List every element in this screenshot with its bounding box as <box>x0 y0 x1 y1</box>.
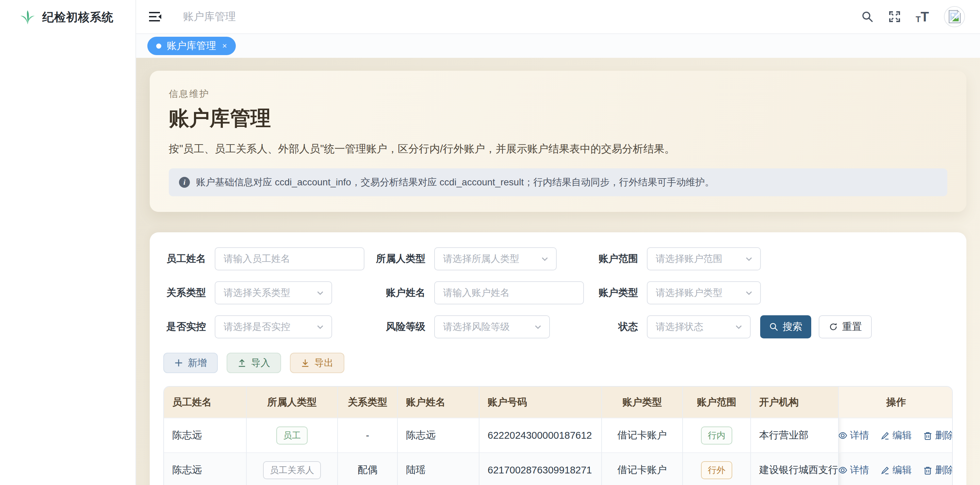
filter-label-account-type: 账户类型 <box>597 286 638 300</box>
edit-link[interactable]: 编辑 <box>881 464 912 477</box>
filter-row-1: 员工姓名 所属人类型 请选择所属人类型 账户范围 请选择账户范围 <box>163 247 953 270</box>
breadcrumb: 账户库管理 <box>183 10 236 24</box>
fullscreen-icon[interactable] <box>888 11 901 23</box>
filter-panel: 员工姓名 所属人类型 请选择所属人类型 账户范围 请选择账户范围 <box>150 232 966 485</box>
upload-icon <box>237 358 247 367</box>
add-button[interactable]: 新增 <box>163 353 218 373</box>
scope-tag: 行内 <box>701 426 732 445</box>
search-icon[interactable] <box>861 11 873 23</box>
chevron-down-icon <box>745 288 753 297</box>
info-icon: i <box>179 177 190 188</box>
plus-icon <box>174 358 183 367</box>
owner-type-select[interactable]: 请选择所属人类型 <box>434 247 557 270</box>
trash-icon <box>923 466 932 475</box>
hero-card: 信息维护 账户库管理 按"员工、员工关系人、外部人员"统一管理账户，区分行内/行… <box>150 71 966 212</box>
fold-icon <box>148 11 162 23</box>
col-relation-type: 关系类型 <box>337 387 398 418</box>
chevron-down-icon <box>533 323 542 331</box>
breadcrumb-item: 账户库管理 <box>183 11 236 22</box>
broken-image-icon <box>947 9 962 24</box>
col-account-scope: 账户范围 <box>682 387 751 418</box>
chevron-down-icon <box>745 254 753 263</box>
account-name-input[interactable] <box>434 281 584 304</box>
import-button[interactable]: 导入 <box>227 353 281 373</box>
chevron-down-icon <box>316 288 325 297</box>
filter-label-account-name: 账户姓名 <box>374 286 425 300</box>
detail-link[interactable]: 详情 <box>838 464 869 477</box>
filter-label-account-scope: 账户范围 <box>597 252 638 266</box>
table-header-row: 员工姓名 所属人类型 关系类型 账户姓名 账户号码 账户类型 账户范围 开户机构… <box>164 387 953 418</box>
filter-label-employee-name: 员工姓名 <box>163 252 206 266</box>
eye-icon <box>838 431 847 440</box>
col-employee-name: 员工姓名 <box>164 387 247 418</box>
owner-type-tag: 员工 <box>276 426 308 445</box>
owner-type-tag: 员工关系人 <box>263 461 321 479</box>
delete-link[interactable]: 删除 <box>923 464 953 477</box>
tab-bar: 账户库管理 × <box>136 34 980 58</box>
accounts-table: 员工姓名 所属人类型 关系类型 账户姓名 账户号码 账户类型 账户范围 开户机构… <box>163 386 953 485</box>
page-title: 账户库管理 <box>169 105 947 132</box>
filter-label-risk-level: 风险等级 <box>374 320 425 334</box>
scope-tag: 行外 <box>701 461 732 479</box>
detail-link[interactable]: 详情 <box>838 429 869 442</box>
employee-name-input[interactable] <box>215 247 364 270</box>
filter-label-actual-control: 是否实控 <box>163 320 206 334</box>
col-account-name: 账户姓名 <box>398 387 479 418</box>
eye-icon <box>838 466 847 475</box>
pencil-icon <box>881 431 890 440</box>
account-type-select[interactable]: 请选择账户类型 <box>647 281 761 304</box>
table-actions: 新增 导入 导出 <box>163 353 953 373</box>
download-icon <box>301 358 310 367</box>
chevron-down-icon <box>734 323 743 331</box>
actual-control-select[interactable]: 请选择是否实控 <box>215 315 332 339</box>
filter-row-3: 是否实控 请选择是否实控 风险等级 请选择风险等级 <box>163 315 953 339</box>
account-scope-select[interactable]: 请选择账户范围 <box>647 247 761 270</box>
chevron-down-icon <box>540 254 549 263</box>
relation-type-select[interactable]: 请选择关系类型 <box>215 281 332 304</box>
font-size-icon[interactable]: TT <box>916 10 929 24</box>
edit-link[interactable]: 编辑 <box>881 429 912 442</box>
export-button[interactable]: 导出 <box>290 353 344 373</box>
topbar: 账户库管理 TT <box>136 0 980 34</box>
filter-label-owner-type: 所属人类型 <box>374 252 425 266</box>
col-account-type: 账户类型 <box>601 387 682 418</box>
chevron-down-icon <box>316 323 325 331</box>
filter-row-2: 关系类型 请选择关系类型 账户姓名 账户类型 请选择账户类型 <box>163 281 953 304</box>
reset-button[interactable]: 重置 <box>819 315 872 339</box>
search-button[interactable]: 搜索 <box>760 315 811 339</box>
tab-account-library[interactable]: 账户库管理 × <box>147 37 236 55</box>
col-owner-type: 所属人类型 <box>247 387 337 418</box>
page-content: 信息维护 账户库管理 按"员工、员工关系人、外部人员"统一管理账户，区分行内/行… <box>136 58 980 485</box>
page-description: 按"员工、员工关系人、外部人员"统一管理账户，区分行内/行外账户，并展示账户结果… <box>169 142 947 156</box>
risk-level-select[interactable]: 请选择风险等级 <box>434 315 550 339</box>
table-row: 陈志远 员工 - 陈志远 6222024300000187612 借记卡账户 行… <box>164 418 953 453</box>
col-bank: 开户机构 <box>751 387 838 418</box>
app-logo: 纪检初核系统 <box>0 0 135 26</box>
refresh-icon <box>829 322 838 332</box>
pencil-icon <box>881 466 890 475</box>
tab-active-dot <box>156 43 161 49</box>
info-banner-text: 账户基础信息对应 ccdi_account_info，交易分析结果对应 ccdi… <box>196 176 714 189</box>
status-select[interactable]: 请选择状态 <box>647 315 751 339</box>
info-banner: i 账户基础信息对应 ccdi_account_info，交易分析结果对应 cc… <box>169 169 947 196</box>
topbar-actions: TT <box>861 6 965 27</box>
filter-label-status: 状态 <box>597 320 638 334</box>
app-title: 纪检初核系统 <box>42 10 114 25</box>
col-operations: 操作 <box>838 387 953 418</box>
tab-close-icon[interactable]: × <box>222 41 227 51</box>
filter-label-relation-type: 关系类型 <box>163 286 206 300</box>
plant-logo-icon <box>19 9 36 26</box>
table-row: 陈志远 员工关系人 配偶 陆瑶 6217002876309918271 借记卡账… <box>164 453 953 485</box>
delete-link[interactable]: 删除 <box>923 429 953 442</box>
trash-icon <box>923 431 932 440</box>
search-icon <box>769 322 778 332</box>
col-account-number: 账户号码 <box>479 387 601 418</box>
avatar[interactable] <box>944 6 965 27</box>
sidebar-collapse-button[interactable] <box>148 11 162 23</box>
app-root: 纪检初核系统 账户库管理 <box>0 0 980 485</box>
tab-label: 账户库管理 <box>167 39 216 53</box>
sidebar: 纪检初核系统 <box>0 0 136 485</box>
hero-eyebrow: 信息维护 <box>169 88 947 100</box>
